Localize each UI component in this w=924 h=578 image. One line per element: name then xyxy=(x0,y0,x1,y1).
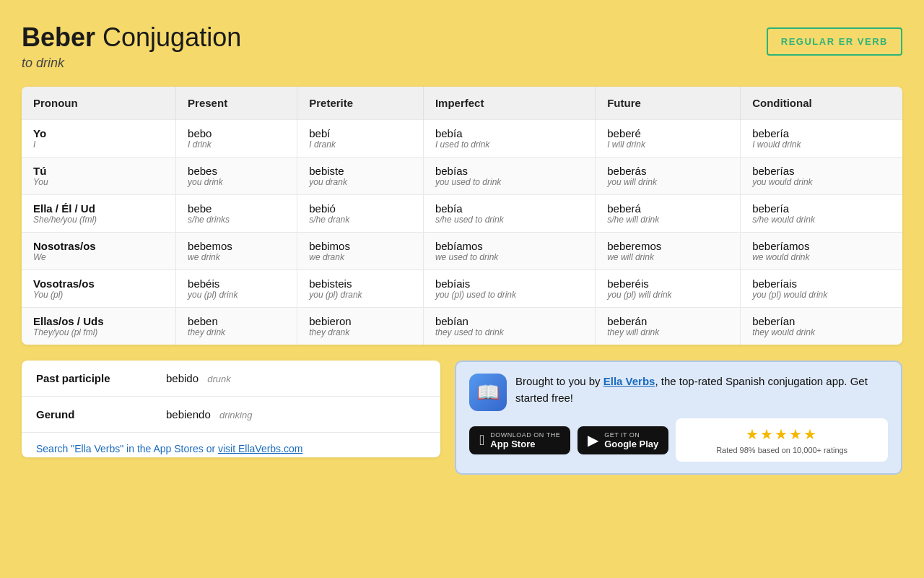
table-row: Nosotras/osWebebemoswe drinkbebimoswe dr… xyxy=(22,233,902,270)
ella-verbs-link[interactable]: visit EllaVerbs.com xyxy=(218,443,302,454)
col-pronoun: Pronoun xyxy=(22,87,176,120)
table-row: YoIbeboI drinkbebíI drankbebíaI used to … xyxy=(22,120,902,158)
past-participle-translation: drunk xyxy=(207,374,231,384)
rating-text: Rated 98% based on 10,000+ ratings xyxy=(716,446,847,454)
google-play-icon: ▶ xyxy=(588,431,598,449)
past-participle-value: bebido drunk xyxy=(166,372,231,384)
table-row: Vosotras/osYou (pl)bebéisyou (pl) drinkb… xyxy=(22,270,902,308)
col-conditional: Conditional xyxy=(741,87,902,120)
col-future: Future xyxy=(596,87,741,120)
gerund-value: bebiendo drinking xyxy=(166,408,252,420)
gerund-translation: drinking xyxy=(219,410,253,420)
google-play-button[interactable]: ▶ GET IT ON Google Play xyxy=(578,426,668,454)
verb-type-badge: REGULAR ER VERB xyxy=(767,27,902,56)
apple-icon:  xyxy=(479,432,484,449)
promo-box: 📖 Brought to you by Ella Verbs, the top-… xyxy=(455,361,902,475)
past-participle-label: Past participle xyxy=(36,372,166,384)
col-imperfect: Imperfect xyxy=(423,87,595,120)
table-row: Ella / Él / UdShe/he/you (fml)bebes/he d… xyxy=(22,195,902,233)
table-row: TúYoubebesyou drinkbebisteyou drankbebía… xyxy=(22,158,902,195)
promo-top: 📖 Brought to you by Ella Verbs, the top-… xyxy=(469,374,888,411)
participle-box: Past participle bebido drunk Gerund bebi… xyxy=(22,361,440,457)
col-present: Present xyxy=(176,87,297,120)
page-subtitle: to drink xyxy=(22,56,241,71)
promo-buttons:  Download on the App Store ▶ GET IT ON … xyxy=(469,418,888,462)
star-rating: ★★★★★ xyxy=(746,426,818,443)
app-store-button[interactable]:  Download on the App Store xyxy=(469,426,570,454)
col-preterite: Preterite xyxy=(297,87,424,120)
bottom-section: Past participle bebido drunk Gerund bebi… xyxy=(22,361,902,475)
search-text: Search "Ella Verbs" in the App Stores or… xyxy=(22,433,440,457)
gerund-row: Gerund bebiendo drinking xyxy=(22,397,440,433)
rating-box: ★★★★★ Rated 98% based on 10,000+ ratings xyxy=(676,418,888,462)
conjugation-table: Pronoun Present Preterite Imperfect Futu… xyxy=(22,87,902,345)
app-name-link[interactable]: Ella Verbs xyxy=(603,375,655,387)
page-header: Beber Conjugation to drink REGULAR ER VE… xyxy=(22,22,902,71)
title-block: Beber Conjugation to drink xyxy=(22,22,241,71)
page-title: Beber Conjugation xyxy=(22,22,241,53)
past-participle-row: Past participle bebido drunk xyxy=(22,361,440,397)
table-header-row: Pronoun Present Preterite Imperfect Futu… xyxy=(22,87,902,120)
gerund-label: Gerund xyxy=(36,408,166,420)
app-icon: 📖 xyxy=(469,374,507,411)
promo-description: Brought to you by Ella Verbs, the top-ra… xyxy=(515,374,888,406)
table-row: Ellas/os / UdsThey/you (pl fml)bebenthey… xyxy=(22,308,902,345)
